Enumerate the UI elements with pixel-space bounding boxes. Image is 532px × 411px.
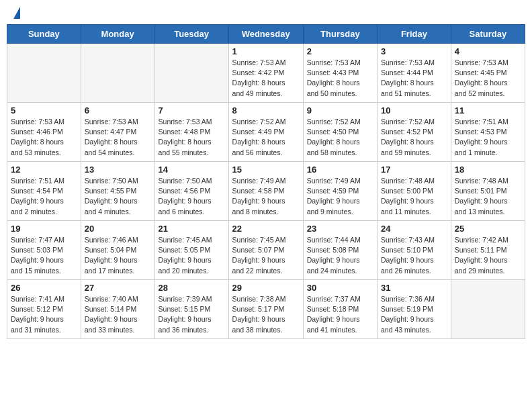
page: SundayMondayTuesdayWednesdayThursdayFrid… xyxy=(0,0,532,411)
calendar-day-cell: 2Sunrise: 7:53 AMSunset: 4:43 PMDaylight… xyxy=(303,44,377,103)
calendar-day-cell: 7Sunrise: 7:53 AMSunset: 4:48 PMDaylight… xyxy=(154,103,228,162)
day-info: Sunrise: 7:51 AMSunset: 4:54 PMDaylight:… xyxy=(11,176,77,217)
day-number: 3 xyxy=(381,46,447,56)
calendar-day-header: Monday xyxy=(81,25,154,44)
day-info: Sunrise: 7:53 AMSunset: 4:45 PMDaylight:… xyxy=(455,58,521,99)
day-number: 28 xyxy=(159,283,225,293)
day-info: Sunrise: 7:38 AMSunset: 5:17 PMDaylight:… xyxy=(232,294,300,335)
day-info: Sunrise: 7:43 AMSunset: 5:10 PMDaylight:… xyxy=(381,235,447,276)
day-info: Sunrise: 7:48 AMSunset: 5:00 PMDaylight:… xyxy=(381,176,447,217)
day-number: 9 xyxy=(307,105,373,116)
calendar-day-header: Sunday xyxy=(7,25,81,44)
calendar-day-cell: 13Sunrise: 7:50 AMSunset: 4:55 PMDayligh… xyxy=(81,162,154,221)
calendar-day-cell xyxy=(7,44,81,103)
calendar-day-cell: 8Sunrise: 7:52 AMSunset: 4:49 PMDaylight… xyxy=(228,103,303,162)
day-number: 15 xyxy=(232,165,300,175)
day-number: 25 xyxy=(455,224,521,234)
header xyxy=(0,0,532,24)
calendar-day-cell: 14Sunrise: 7:50 AMSunset: 4:56 PMDayligh… xyxy=(154,162,228,221)
calendar-day-cell: 25Sunrise: 7:42 AMSunset: 5:11 PMDayligh… xyxy=(451,221,525,280)
day-number: 18 xyxy=(455,165,521,175)
calendar-day-cell: 1Sunrise: 7:53 AMSunset: 4:42 PMDaylight… xyxy=(228,44,303,103)
logo-triangle-icon xyxy=(13,7,20,19)
calendar-day-cell: 31Sunrise: 7:36 AMSunset: 5:19 PMDayligh… xyxy=(378,280,451,339)
calendar-day-cell: 30Sunrise: 7:37 AMSunset: 5:18 PMDayligh… xyxy=(303,280,377,339)
day-number: 30 xyxy=(307,283,373,293)
day-number: 16 xyxy=(307,165,373,175)
day-number: 1 xyxy=(232,46,300,56)
calendar-day-cell: 29Sunrise: 7:38 AMSunset: 5:17 PMDayligh… xyxy=(228,280,303,339)
day-number: 19 xyxy=(11,224,77,234)
calendar-day-cell: 12Sunrise: 7:51 AMSunset: 4:54 PMDayligh… xyxy=(7,162,81,221)
day-info: Sunrise: 7:53 AMSunset: 4:47 PMDaylight:… xyxy=(85,117,151,158)
calendar-day-header: Tuesday xyxy=(154,25,228,44)
day-number: 31 xyxy=(381,283,447,293)
day-info: Sunrise: 7:53 AMSunset: 4:48 PMDaylight:… xyxy=(159,117,225,158)
calendar-day-cell xyxy=(154,44,228,103)
day-number: 4 xyxy=(455,46,521,56)
calendar-wrapper: SundayMondayTuesdayWednesdayThursdayFrid… xyxy=(0,24,532,339)
calendar-day-cell: 21Sunrise: 7:45 AMSunset: 5:05 PMDayligh… xyxy=(154,221,228,280)
calendar-day-header: Wednesday xyxy=(228,25,303,44)
day-number: 8 xyxy=(232,105,300,116)
calendar-week-row: 5Sunrise: 7:53 AMSunset: 4:46 PMDaylight… xyxy=(7,103,525,162)
day-info: Sunrise: 7:47 AMSunset: 5:03 PMDaylight:… xyxy=(11,235,77,276)
calendar-day-cell: 15Sunrise: 7:49 AMSunset: 4:58 PMDayligh… xyxy=(228,162,303,221)
calendar-day-cell: 5Sunrise: 7:53 AMSunset: 4:46 PMDaylight… xyxy=(7,103,81,162)
calendar-day-cell: 3Sunrise: 7:53 AMSunset: 4:44 PMDaylight… xyxy=(378,44,451,103)
calendar-day-cell: 9Sunrise: 7:52 AMSunset: 4:50 PMDaylight… xyxy=(303,103,377,162)
day-info: Sunrise: 7:53 AMSunset: 4:43 PMDaylight:… xyxy=(307,58,373,99)
calendar-day-cell: 6Sunrise: 7:53 AMSunset: 4:47 PMDaylight… xyxy=(81,103,154,162)
calendar-day-cell xyxy=(81,44,154,103)
day-info: Sunrise: 7:52 AMSunset: 4:49 PMDaylight:… xyxy=(232,117,300,158)
calendar-day-cell: 19Sunrise: 7:47 AMSunset: 5:03 PMDayligh… xyxy=(7,221,81,280)
day-info: Sunrise: 7:53 AMSunset: 4:42 PMDaylight:… xyxy=(232,58,300,99)
day-number: 6 xyxy=(85,105,151,116)
logo xyxy=(12,8,20,19)
day-number: 23 xyxy=(307,224,373,234)
calendar-week-row: 1Sunrise: 7:53 AMSunset: 4:42 PMDaylight… xyxy=(7,44,525,103)
calendar-week-row: 12Sunrise: 7:51 AMSunset: 4:54 PMDayligh… xyxy=(7,162,525,221)
day-info: Sunrise: 7:41 AMSunset: 5:12 PMDaylight:… xyxy=(11,294,77,335)
calendar-week-row: 26Sunrise: 7:41 AMSunset: 5:12 PMDayligh… xyxy=(7,280,525,339)
calendar-day-header: Thursday xyxy=(303,25,377,44)
day-number: 17 xyxy=(381,165,447,175)
day-number: 26 xyxy=(11,283,77,293)
day-info: Sunrise: 7:51 AMSunset: 4:53 PMDaylight:… xyxy=(455,117,521,158)
day-info: Sunrise: 7:40 AMSunset: 5:14 PMDaylight:… xyxy=(85,294,151,335)
calendar-day-cell: 10Sunrise: 7:52 AMSunset: 4:52 PMDayligh… xyxy=(378,103,451,162)
day-number: 27 xyxy=(85,283,151,293)
calendar-day-cell: 28Sunrise: 7:39 AMSunset: 5:15 PMDayligh… xyxy=(154,280,228,339)
calendar-header-row: SundayMondayTuesdayWednesdayThursdayFrid… xyxy=(7,25,525,44)
calendar-day-cell: 16Sunrise: 7:49 AMSunset: 4:59 PMDayligh… xyxy=(303,162,377,221)
calendar-day-cell: 20Sunrise: 7:46 AMSunset: 5:04 PMDayligh… xyxy=(81,221,154,280)
day-number: 14 xyxy=(159,165,225,175)
day-number: 21 xyxy=(159,224,225,234)
day-number: 13 xyxy=(85,165,151,175)
day-number: 5 xyxy=(11,105,77,116)
day-number: 29 xyxy=(232,283,300,293)
calendar-day-cell: 22Sunrise: 7:45 AMSunset: 5:07 PMDayligh… xyxy=(228,221,303,280)
day-number: 12 xyxy=(11,165,77,175)
day-number: 7 xyxy=(159,105,225,116)
calendar-day-cell: 17Sunrise: 7:48 AMSunset: 5:00 PMDayligh… xyxy=(378,162,451,221)
day-info: Sunrise: 7:39 AMSunset: 5:15 PMDaylight:… xyxy=(159,294,225,335)
calendar-day-header: Saturday xyxy=(451,25,525,44)
day-info: Sunrise: 7:49 AMSunset: 4:59 PMDaylight:… xyxy=(307,176,373,217)
day-info: Sunrise: 7:52 AMSunset: 4:52 PMDaylight:… xyxy=(381,117,447,158)
calendar-day-cell: 24Sunrise: 7:43 AMSunset: 5:10 PMDayligh… xyxy=(378,221,451,280)
day-info: Sunrise: 7:45 AMSunset: 5:07 PMDaylight:… xyxy=(232,235,300,276)
day-info: Sunrise: 7:45 AMSunset: 5:05 PMDaylight:… xyxy=(159,235,225,276)
day-info: Sunrise: 7:48 AMSunset: 5:01 PMDaylight:… xyxy=(455,176,521,217)
day-info: Sunrise: 7:46 AMSunset: 5:04 PMDaylight:… xyxy=(85,235,151,276)
day-number: 20 xyxy=(85,224,151,234)
calendar-day-cell: 23Sunrise: 7:44 AMSunset: 5:08 PMDayligh… xyxy=(303,221,377,280)
calendar-day-cell: 26Sunrise: 7:41 AMSunset: 5:12 PMDayligh… xyxy=(7,280,81,339)
day-number: 10 xyxy=(381,105,447,116)
calendar-day-cell xyxy=(451,280,525,339)
day-info: Sunrise: 7:42 AMSunset: 5:11 PMDaylight:… xyxy=(455,235,521,276)
calendar-day-cell: 18Sunrise: 7:48 AMSunset: 5:01 PMDayligh… xyxy=(451,162,525,221)
day-info: Sunrise: 7:37 AMSunset: 5:18 PMDaylight:… xyxy=(307,294,373,335)
day-number: 2 xyxy=(307,46,373,56)
day-number: 22 xyxy=(232,224,300,234)
